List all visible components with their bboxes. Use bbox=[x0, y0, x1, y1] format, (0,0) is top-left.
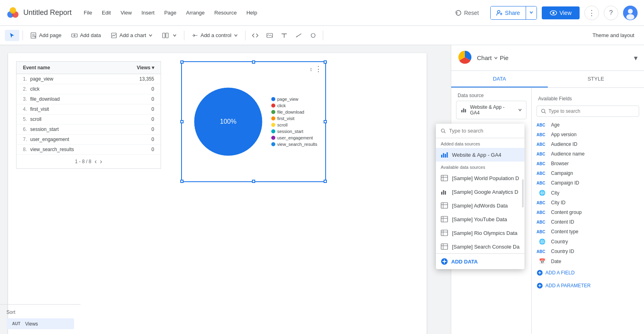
datasource-item-world-pop[interactable]: [Sample] World Population D bbox=[436, 171, 524, 185]
menu-file[interactable]: File bbox=[80, 7, 96, 18]
canvas-page[interactable]: Event name Views ▾ 1.page_view13,355 2.c… bbox=[8, 53, 427, 334]
bar-chart-ga4-icon bbox=[441, 151, 448, 158]
datasource-item-youtube[interactable]: [Sample] YouTube Data bbox=[436, 212, 524, 226]
field-item-browser[interactable]: ABCBrowser bbox=[532, 159, 644, 168]
selection-handle-mr bbox=[324, 120, 327, 123]
share-button[interactable]: Share bbox=[491, 6, 526, 19]
legend-item: session_start bbox=[271, 129, 318, 134]
text-button[interactable] bbox=[278, 29, 291, 42]
chart-widget-toolbar: ↕ ⋮ bbox=[310, 64, 322, 73]
fields-search-input[interactable] bbox=[549, 108, 635, 114]
add-parameter-button[interactable]: ADD A PARAMETER bbox=[532, 279, 644, 292]
view-button[interactable]: View bbox=[542, 6, 580, 19]
field-item-city[interactable]: 🌐 City bbox=[532, 188, 644, 198]
toolbar: Add page Add data Add a chart Add a cont… bbox=[0, 26, 644, 45]
help-button[interactable]: ? bbox=[604, 6, 618, 20]
theme-layout-button[interactable]: Theme and layout bbox=[588, 30, 639, 41]
field-item-content-group[interactable]: ABCContent group bbox=[532, 207, 644, 217]
prev-page-button[interactable]: ‹ bbox=[95, 158, 97, 165]
add-field-button[interactable]: ADD A FIELD bbox=[532, 266, 644, 279]
menu-arrange[interactable]: Arrange bbox=[182, 7, 208, 18]
panel-collapse-button[interactable]: ▾ bbox=[634, 54, 638, 62]
field-item-campaign-id[interactable]: ABCCampaign ID bbox=[532, 178, 644, 188]
datasource-dropdown-icon bbox=[518, 108, 522, 112]
svg-rect-13 bbox=[166, 33, 168, 38]
datasource-dropdown-overlay: Added data sources Website & App - GA4 A… bbox=[436, 124, 524, 269]
datasource-search-bar[interactable] bbox=[436, 124, 524, 138]
bar-chart-icon bbox=[460, 107, 467, 113]
field-item-city-id[interactable]: ABCCity ID bbox=[532, 198, 644, 207]
menu-view[interactable]: View bbox=[116, 7, 136, 18]
line-button[interactable] bbox=[292, 29, 305, 42]
reset-button[interactable]: Reset bbox=[449, 6, 485, 19]
data-source-selector-content[interactable]: Website & App - GA4 bbox=[456, 101, 526, 119]
svg-rect-20 bbox=[463, 108, 464, 112]
image-button[interactable] bbox=[263, 29, 276, 42]
field-item-content-id[interactable]: ABCContent ID bbox=[532, 217, 644, 227]
data-source-selector[interactable]: Website & App - GA4 bbox=[456, 101, 526, 119]
add-scorecard-button[interactable] bbox=[158, 30, 181, 41]
field-item-audience-name[interactable]: ABCAudience name bbox=[532, 149, 644, 159]
embed-button[interactable] bbox=[249, 29, 262, 42]
datasource-item-adwords[interactable]: [Sample] AdWords Data bbox=[436, 199, 524, 212]
chart-more-icon[interactable]: ⋮ bbox=[315, 64, 322, 73]
field-item-app-version[interactable]: ABCApp version bbox=[532, 130, 644, 139]
datasource-search-input[interactable] bbox=[449, 128, 520, 134]
added-sources-label: Added data sources bbox=[436, 138, 524, 148]
datasource-item-ga4[interactable]: Website & App - GA4 bbox=[436, 148, 524, 162]
avatar[interactable] bbox=[623, 6, 638, 20]
field-item-country-id[interactable]: ABCCountry ID bbox=[532, 247, 644, 256]
more-options-button[interactable]: ⋮ bbox=[584, 6, 599, 20]
select-tool-button[interactable] bbox=[5, 30, 19, 41]
svg-rect-12 bbox=[163, 33, 165, 38]
tab-style[interactable]: STYLE bbox=[548, 71, 644, 87]
svg-rect-32 bbox=[443, 190, 444, 195]
datasource-item-rio-olympics[interactable]: [Sample] Rio Olympics Data bbox=[436, 226, 524, 240]
fields-search-box[interactable] bbox=[537, 106, 639, 117]
table-widget[interactable]: Event name Views ▾ 1.page_view13,355 2.c… bbox=[16, 61, 161, 169]
field-item-country[interactable]: 🌐 Country bbox=[532, 236, 644, 247]
available-sources-label: Available data sources bbox=[436, 162, 524, 171]
field-item-campaign[interactable]: ABCCampaign bbox=[532, 168, 644, 178]
menu-page[interactable]: Page bbox=[160, 7, 180, 18]
svg-point-15 bbox=[297, 36, 297, 37]
table-icon-5 bbox=[441, 229, 448, 236]
pie-chart-widget[interactable]: ↕ ⋮ 100% page_view click file_download bbox=[181, 61, 326, 182]
field-item-audience-id[interactable]: ABCAudience ID bbox=[532, 139, 644, 149]
datasource-item-search-console[interactable]: [Sample] Search Console Da bbox=[436, 240, 524, 253]
share-dropdown-button[interactable] bbox=[526, 6, 537, 19]
menu-insert[interactable]: Insert bbox=[137, 7, 159, 18]
field-item-date[interactable]: 📅 Date bbox=[532, 256, 644, 266]
add-page-button[interactable]: Add page bbox=[26, 30, 66, 41]
next-page-button[interactable]: › bbox=[100, 158, 102, 165]
add-data-button[interactable]: Add data bbox=[67, 30, 105, 41]
table-icon-4 bbox=[441, 216, 448, 223]
selection-handle-bm bbox=[252, 180, 255, 183]
add-chart-button[interactable]: Add a chart bbox=[107, 30, 157, 41]
table-row: 4.first_visit0 bbox=[17, 104, 161, 114]
field-item-age[interactable]: ABCAge bbox=[532, 120, 644, 130]
tab-data[interactable]: DATA bbox=[451, 71, 548, 87]
menu-edit[interactable]: Edit bbox=[98, 7, 115, 18]
svg-rect-31 bbox=[441, 192, 442, 195]
add-control-button[interactable]: Add a control bbox=[188, 30, 242, 41]
canvas-area[interactable]: Event name Views ▾ 1.page_view13,355 2.c… bbox=[0, 45, 451, 334]
svg-point-3 bbox=[497, 10, 500, 13]
toolbar-divider-3 bbox=[245, 31, 246, 40]
datasource-item-google-analytics[interactable]: [Sample] Google Analytics D bbox=[436, 185, 524, 199]
add-chart-dropdown-icon bbox=[149, 33, 153, 37]
breadcrumb-arrow-icon bbox=[493, 56, 498, 60]
svg-rect-34 bbox=[441, 203, 448, 208]
add-chart-icon bbox=[111, 32, 117, 39]
shape-button[interactable] bbox=[307, 29, 320, 42]
menu-help[interactable]: Help bbox=[242, 7, 261, 18]
add-data-button[interactable]: ADD DATA bbox=[436, 253, 524, 269]
datasource-search-icon bbox=[441, 128, 446, 134]
selection-handle-tm bbox=[252, 60, 255, 64]
menu-resource[interactable]: Resource bbox=[211, 7, 241, 18]
selected-datasource-label: Website & App - GA4 bbox=[470, 104, 515, 116]
sort-icon[interactable]: ↕ bbox=[310, 66, 313, 72]
available-sources-list: [Sample] World Population D [Sample] Goo… bbox=[436, 171, 524, 253]
table-col-event: Event name bbox=[23, 65, 50, 71]
field-item-content-type[interactable]: ABCContent type bbox=[532, 227, 644, 236]
